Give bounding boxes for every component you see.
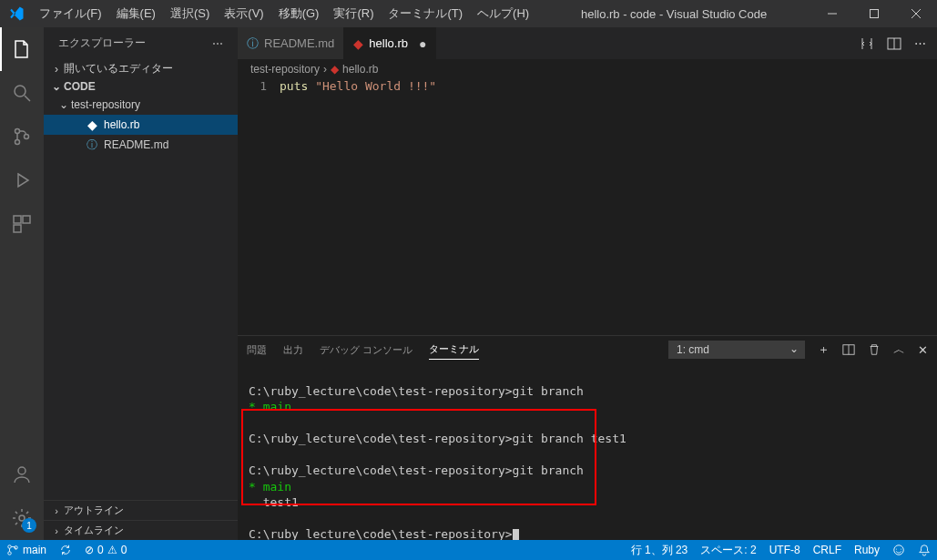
panel-tab-problems[interactable]: 問題: [247, 341, 267, 360]
chevron-down-icon: ⌄: [56, 98, 71, 111]
code-token: puts: [280, 79, 308, 93]
svg-line-5: [25, 96, 30, 101]
split-terminal-icon[interactable]: [842, 343, 855, 356]
menu-go[interactable]: 移動(G): [271, 0, 327, 27]
close-panel-icon[interactable]: ✕: [918, 343, 928, 357]
svg-point-18: [8, 545, 12, 549]
status-encoding[interactable]: UTF-8: [763, 540, 807, 560]
activity-accounts[interactable]: [0, 453, 44, 496]
more-icon[interactable]: ⋯: [914, 36, 926, 50]
tab-dirty-icon[interactable]: ●: [419, 36, 426, 51]
code-editor[interactable]: 1 puts "Hello World !!!": [238, 79, 937, 335]
chevron-right-icon: ›: [49, 505, 64, 516]
status-problems[interactable]: ⊘0 ⚠0: [78, 540, 133, 560]
status-sync[interactable]: [53, 540, 78, 560]
svg-rect-1: [871, 10, 879, 18]
outline-label: アウトライン: [64, 504, 124, 517]
folder-item[interactable]: ⌄ test-repository: [44, 95, 238, 115]
chevron-right-icon: ›: [49, 525, 64, 536]
close-button[interactable]: [895, 0, 937, 27]
sidebar-title: エクスプローラー: [58, 36, 146, 51]
file-label: README.md: [104, 138, 168, 151]
panel-tab-output[interactable]: 出力: [283, 341, 303, 360]
svg-point-4: [15, 86, 25, 97]
maximize-panel-icon[interactable]: ︿: [893, 341, 905, 358]
chevron-down-icon: ⌄: [49, 80, 64, 93]
settings-badge: 1: [22, 518, 36, 533]
tab-readme[interactable]: ⓘ README.md: [238, 27, 344, 59]
activity-debug[interactable]: [0, 158, 44, 202]
file-item-readme[interactable]: ⓘ README.md: [44, 135, 238, 155]
vscode-icon: [0, 5, 32, 22]
status-feedback-icon[interactable]: [886, 540, 912, 560]
open-editors-section[interactable]: › 開いているエディター: [44, 59, 238, 78]
terminal-select[interactable]: 1: cmd: [668, 341, 805, 359]
panel: 問題 出力 デバッグ コンソール ターミナル 1: cmd ＋ ︿ ✕ C:\r…: [238, 335, 937, 540]
window-title: hello.rb - code - Visual Studio Code: [536, 7, 811, 21]
cursor: [513, 529, 519, 540]
panel-tab-terminal[interactable]: ターミナル: [429, 340, 479, 360]
tab-label: hello.rb: [369, 36, 408, 50]
activity-scm[interactable]: [0, 115, 44, 158]
svg-point-12: [18, 467, 25, 474]
menu-selection[interactable]: 選択(S): [163, 0, 217, 27]
split-editor-icon[interactable]: [887, 36, 901, 51]
status-language[interactable]: Ruby: [848, 540, 886, 560]
menu-run[interactable]: 実行(R): [326, 0, 381, 27]
editor-area: ⓘ README.md ◆ hello.rb ● ⋯ test-reposito…: [238, 27, 937, 540]
svg-rect-10: [23, 216, 30, 223]
panel-tab-debug[interactable]: デバッグ コンソール: [320, 341, 412, 360]
compare-icon[interactable]: [860, 36, 874, 51]
activity-explorer[interactable]: [0, 27, 44, 71]
file-label: hello.rb: [104, 118, 139, 131]
ruby-icon: ◆: [331, 63, 339, 76]
outline-section[interactable]: › アウトライン: [44, 500, 238, 520]
ruby-icon: ◆: [84, 117, 100, 132]
title-bar: ファイル(F) 編集(E) 選択(S) 表示(V) 移動(G) 実行(R) ター…: [0, 0, 937, 27]
menu-edit[interactable]: 編集(E): [109, 0, 163, 27]
open-editors-label: 開いているエディター: [64, 61, 173, 76]
status-branch[interactable]: main: [0, 540, 53, 560]
workspace-section[interactable]: ⌄ CODE: [44, 78, 238, 95]
editor-tabs: ⓘ README.md ◆ hello.rb ● ⋯: [238, 27, 937, 59]
status-indent[interactable]: スペース: 2: [694, 540, 762, 560]
sidebar-more-icon[interactable]: ⋯: [212, 37, 223, 50]
terminal-line: C:\ruby_lecture\code\test-repository>: [249, 527, 519, 540]
workspace-label: CODE: [64, 80, 96, 93]
menu-terminal[interactable]: ターミナル(T): [381, 0, 470, 27]
maximize-button[interactable]: [853, 0, 895, 27]
menu-file[interactable]: ファイル(F): [32, 0, 109, 27]
menu-view[interactable]: 表示(V): [217, 0, 270, 27]
svg-rect-9: [14, 216, 21, 223]
annotation-box: [241, 409, 596, 505]
menu-help[interactable]: ヘルプ(H): [470, 0, 536, 27]
breadcrumbs[interactable]: test-repository › ◆ hello.rb: [238, 59, 937, 79]
file-item-hello[interactable]: ◆ hello.rb: [44, 115, 238, 135]
new-terminal-icon[interactable]: ＋: [818, 341, 830, 358]
activity-bar: 1: [0, 27, 44, 540]
svg-point-8: [25, 135, 29, 139]
status-bar: main ⊘0 ⚠0 行 1、列 23 スペース: 2 UTF-8 CRLF R…: [0, 540, 937, 560]
minimize-button[interactable]: [811, 0, 853, 27]
activity-search[interactable]: [0, 71, 44, 115]
status-cursor[interactable]: 行 1、列 23: [625, 540, 695, 560]
activity-extensions[interactable]: [0, 202, 44, 246]
svg-point-7: [15, 140, 20, 145]
status-eol[interactable]: CRLF: [807, 540, 848, 560]
timeline-section[interactable]: › タイムライン: [44, 520, 238, 540]
status-bell-icon[interactable]: [912, 540, 937, 560]
breadcrumb-folder[interactable]: test-repository: [250, 63, 320, 76]
breadcrumb-file[interactable]: hello.rb: [342, 63, 378, 76]
terminal-line: C:\ruby_lecture\code\test-repository>git…: [249, 384, 584, 398]
activity-settings[interactable]: 1: [0, 496, 44, 540]
kill-terminal-icon[interactable]: [868, 343, 881, 356]
chevron-right-icon: ›: [323, 63, 327, 76]
svg-point-6: [15, 129, 20, 134]
tab-hello[interactable]: ◆ hello.rb ●: [344, 27, 436, 59]
timeline-label: タイムライン: [64, 524, 124, 537]
svg-rect-11: [14, 225, 21, 232]
terminal[interactable]: C:\ruby_lecture\code\test-repository>git…: [238, 363, 937, 540]
line-number: 1: [238, 79, 280, 96]
tab-label: README.md: [264, 36, 334, 50]
folder-label: test-repository: [71, 98, 140, 111]
